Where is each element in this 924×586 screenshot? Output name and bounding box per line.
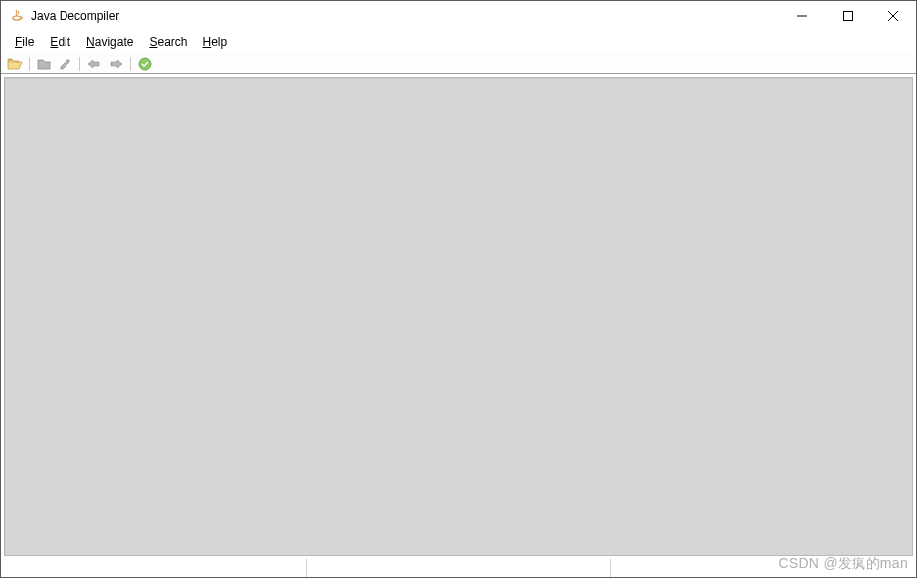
- save-button[interactable]: [56, 55, 75, 73]
- globe-check-icon: [138, 57, 152, 71]
- titlebar: Java Decompiler: [1, 1, 916, 31]
- pencil-icon: [59, 57, 72, 71]
- menu-search[interactable]: Search: [143, 33, 193, 51]
- svg-point-4: [139, 58, 151, 70]
- back-button[interactable]: [84, 55, 104, 73]
- app-icon: [9, 8, 25, 24]
- open-folder-icon: [7, 57, 23, 71]
- arrow-right-icon: [109, 58, 123, 70]
- arrow-left-icon: [87, 58, 101, 70]
- statusbar-panel: [611, 559, 916, 577]
- statusbar-panel: [1, 559, 307, 577]
- statusbar-panel: [307, 559, 612, 577]
- toolbar-separator: [29, 57, 30, 71]
- svg-rect-1: [844, 12, 853, 21]
- menu-navigate[interactable]: Navigate: [80, 33, 139, 51]
- statusbar: [1, 559, 916, 577]
- maximize-button[interactable]: [825, 1, 870, 31]
- close-button[interactable]: [870, 1, 916, 31]
- open-file-button[interactable]: [5, 55, 25, 73]
- open-type-icon: [36, 57, 52, 71]
- window-controls: [779, 1, 916, 31]
- menu-help[interactable]: Help: [197, 33, 233, 51]
- menu-edit[interactable]: Edit: [44, 33, 76, 51]
- minimize-button[interactable]: [779, 1, 825, 31]
- menu-file[interactable]: File: [9, 33, 40, 51]
- toolbar-separator: [130, 57, 131, 71]
- menubar: File Edit Navigate Search Help: [1, 31, 916, 53]
- refresh-button[interactable]: [135, 55, 155, 73]
- app-window: Java Decompiler File Edit Navigate Searc…: [0, 0, 917, 578]
- toolbar: [1, 53, 916, 74]
- forward-button[interactable]: [106, 55, 126, 73]
- toolbar-separator: [79, 57, 80, 71]
- window-title: Java Decompiler: [31, 9, 119, 23]
- open-type-button[interactable]: [34, 55, 54, 73]
- content-area: [4, 77, 913, 556]
